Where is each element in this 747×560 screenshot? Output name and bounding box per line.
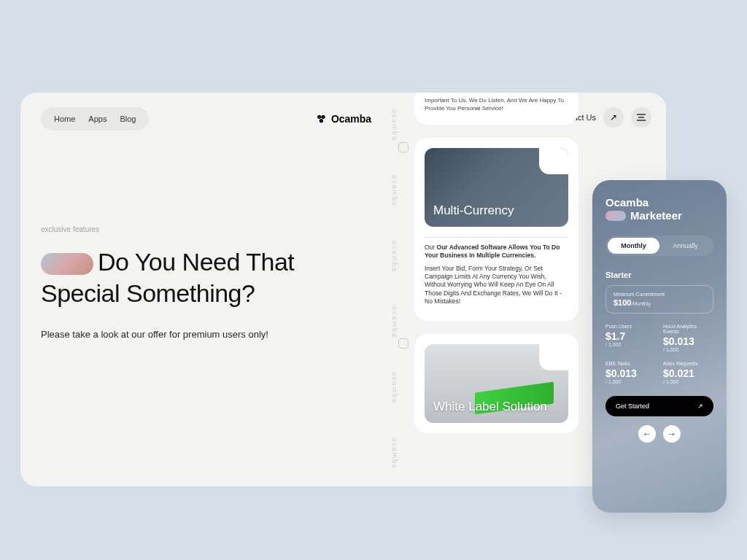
nav-apps[interactable]: Apps (88, 114, 107, 123)
multicurrency-image: Multi-Currency (425, 148, 568, 227)
lead-text: Our Advanced Software Allows You To Do Y… (425, 244, 560, 259)
toggle-annually[interactable]: Annually (659, 238, 711, 254)
metric-ebs-tasks: EBS Tasks $0.013 / 1,000 (605, 361, 656, 384)
eyebrow: exclusive features (41, 225, 363, 233)
metric-push-users: Push Users $1.7 / 1,000 (605, 324, 656, 352)
commitment-value: $100 (614, 298, 631, 307)
toggle-monthly[interactable]: Monthly (608, 238, 659, 254)
nav-pill: Home Apps Blog (41, 107, 149, 131)
svg-point-1 (321, 115, 325, 119)
pager-next-button[interactable]: → (663, 425, 681, 443)
menu-icon[interactable] (631, 107, 651, 128)
phone-brand: Ocamba Marketeer (605, 196, 713, 222)
nav-home[interactable]: Home (54, 114, 75, 123)
metrics-grid: Push Users $1.7 / 1,000 Hood Analytics E… (605, 324, 713, 384)
brand-logo-icon (315, 113, 327, 125)
whitelabel-title: White Label Solution (433, 400, 547, 414)
brand[interactable]: Ocamba (315, 113, 371, 125)
hero: exclusive features Do You Need That Spec… (20, 145, 363, 340)
svg-point-2 (319, 119, 322, 122)
multicurrency-title: Multi-Currency (433, 203, 514, 218)
commitment-box: Minimum Commitment $100/Monthly (605, 285, 713, 314)
metric-hood-analytics: Hood Analytics Events $0.013 / 1,000 (663, 324, 713, 352)
image-cutout (539, 148, 568, 174)
plan-name: Starter (605, 271, 713, 279)
feature-card-multicurrency[interactable]: Multi-Currency Our Our Advanced Software… (414, 138, 578, 321)
headline-line2: Special Something? (41, 279, 255, 307)
main-panel: Home Apps Blog Ocamba Contact Us ↗ exclu… (20, 93, 666, 486)
phone-mockup: Ocamba Marketeer Monthly Annually Starte… (592, 180, 727, 513)
phone-brand-line2: Marketeer (630, 209, 682, 222)
pager: ← → (605, 425, 713, 443)
pager-prev-button[interactable]: ← (638, 425, 656, 443)
cta-label: Get Started (616, 402, 649, 410)
svg-point-0 (317, 115, 321, 119)
image-cutout (539, 344, 568, 370)
commitment-label: Minimum Commitment (614, 292, 705, 297)
brand-text: Ocamba (331, 113, 371, 125)
support-card-text: Important To Us. We Do Listen, And We Ar… (425, 97, 568, 113)
body-text: Insert Your Bid, Form Your Strategy, Or … (425, 265, 568, 306)
nav-blog[interactable]: Blog (120, 114, 136, 123)
get-started-button[interactable]: Get Started ↗ (605, 396, 713, 416)
headline-line1: Do You Need That (98, 248, 294, 276)
phone-brand-line1: Ocamba (605, 196, 713, 209)
multicurrency-body: Our Our Advanced Software Allows You To … (425, 237, 568, 306)
metric-adex-requests: Adex Requests $0.021 / 1,000 (663, 361, 713, 384)
billing-toggle: Monthly Annually (605, 236, 713, 256)
headline: Do You Need That Special Something? (41, 246, 363, 308)
arrow-icon[interactable]: ↗ (603, 107, 624, 128)
feature-card-support: Important To Us. We Do Listen, And We Ar… (414, 93, 578, 125)
commitment-period: /Monthly (631, 301, 650, 306)
whitelabel-image: White Label Solution (425, 344, 568, 423)
card-badge-icon (398, 142, 409, 152)
phone-brand-icon (605, 211, 626, 221)
cards-column: Important To Us. We Do Listen, And We Ar… (414, 93, 578, 433)
headline-icon (41, 253, 93, 275)
arrow-icon: ↗ (697, 402, 703, 410)
subhead: Please take a look at our offer for prem… (41, 329, 363, 340)
feature-card-whitelabel[interactable]: White Label Solution (414, 334, 578, 433)
card-badge-icon (398, 338, 409, 349)
